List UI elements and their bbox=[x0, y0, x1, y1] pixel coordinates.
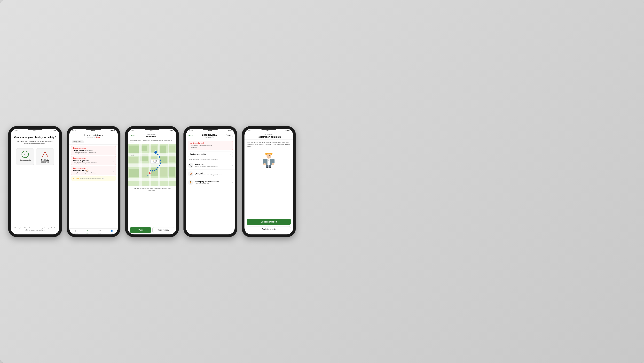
svg-point-28 bbox=[160, 162, 161, 164]
p1-note: Checking the safety of others is not man… bbox=[14, 227, 56, 231]
method-title: Accompany the evacuation site bbox=[195, 181, 230, 183]
p5-action-buttons: End registration Register a note bbox=[244, 219, 293, 234]
svg-point-47 bbox=[268, 155, 268, 156]
svg-point-27 bbox=[160, 160, 161, 161]
cooperation-buttons: ○ Can cooperate Unable to cooperate bbox=[16, 148, 54, 165]
possibility-icon: 🗂 bbox=[74, 230, 76, 232]
nav-item-map[interactable]: 🗺 Map bbox=[94, 230, 106, 234]
worker-illustration bbox=[247, 150, 290, 168]
svg-text:1 1: 1 1 bbox=[147, 175, 149, 177]
register-safety-button[interactable]: Register your safety bbox=[188, 152, 233, 157]
person-addr: ...oka, Toyonaka City, Osaka Prefecture bbox=[73, 162, 97, 164]
p5-sub-title: Shoji Sawada bbox=[247, 134, 290, 135]
list-item[interactable]: ⚠ Unconfirmed Yoko Yoshida 🏠 ...oka, Toy… bbox=[71, 166, 116, 175]
svg-point-38 bbox=[150, 172, 151, 174]
svg-rect-21 bbox=[149, 144, 151, 186]
method-desc: Call the person and confirm their safety… bbox=[195, 165, 230, 167]
method-title: Make a call bbox=[195, 163, 230, 165]
bottom-buttons: Visit Safety registry bbox=[128, 226, 176, 234]
detail-button[interactable]: Detail bbox=[226, 134, 233, 137]
status-bar-5: ●●●●● 12:34 ↑ 100% bbox=[244, 129, 293, 132]
cooperate-button[interactable]: ○ Can cooperate bbox=[16, 148, 34, 165]
nav-item-you[interactable]: 👤 You bbox=[106, 230, 118, 234]
cooperate-label: Can cooperate bbox=[20, 159, 31, 161]
chevron-icon: › bbox=[232, 164, 233, 166]
svg-rect-23 bbox=[168, 144, 170, 186]
svg-rect-2 bbox=[129, 146, 139, 154]
list-item[interactable]: ⚠ Unconfirmed Yukina Toyokawa ...oka, To… bbox=[71, 156, 116, 165]
register-note-button[interactable]: Register a note bbox=[247, 226, 291, 232]
unconfirmed-title: Unconfirmed bbox=[192, 142, 204, 144]
svg-point-48 bbox=[269, 155, 270, 156]
map-view: 6 🚶 3分 250m 1 1 会館 bbox=[128, 144, 176, 186]
back-button[interactable]: ‹ Back bbox=[130, 135, 135, 137]
nav-label-list: List bbox=[86, 232, 88, 234]
unc-item-1: - Evacuation destination unknown bbox=[190, 145, 230, 146]
p2-title: List of recipients bbox=[72, 134, 115, 137]
time-5: 12:34 bbox=[266, 130, 270, 132]
nav-label-map: Map bbox=[98, 232, 101, 234]
screen-title: Home visit bbox=[135, 135, 168, 138]
list-item[interactable]: Not clear Evacuation destination unknown… bbox=[71, 176, 116, 181]
list-item[interactable]: ⚠ Unconfirmed Shoji Sawada (Disagree) ..… bbox=[71, 146, 116, 155]
end-registration-button[interactable]: End registration bbox=[247, 219, 291, 225]
p2-header: List of recipients Unconfirmed: 4 / 6人 S… bbox=[69, 132, 118, 145]
svg-point-34 bbox=[150, 170, 151, 171]
time-3: 12:34 bbox=[150, 130, 154, 132]
safety-registry-button[interactable]: Safety registry bbox=[152, 227, 174, 233]
svg-marker-0 bbox=[42, 152, 48, 157]
battery-1: 100% bbox=[53, 130, 56, 132]
address-bar: Fabien Midorigaoka 1 Building 203, Midor… bbox=[128, 139, 176, 144]
back-chevron-icon-4: ‹ bbox=[188, 135, 188, 137]
section-label: Please select the method for confirming … bbox=[188, 158, 233, 160]
chevron-right-icon bbox=[230, 153, 230, 156]
svg-rect-12 bbox=[129, 169, 139, 177]
nav-item-possibility[interactable]: 🗂 Possibility bbox=[69, 230, 82, 234]
time-2: 12:34 bbox=[91, 130, 95, 132]
back-label: Back bbox=[131, 135, 134, 137]
svg-point-29 bbox=[159, 165, 160, 166]
person-addr: ...oka, Toyonaka City, Osaka Prefecture bbox=[73, 172, 97, 174]
back-button-4[interactable]: ‹ Back bbox=[188, 135, 193, 137]
unable-label: Unable to cooperate bbox=[39, 159, 51, 163]
p1-desc: We ask for your cooperation in checking … bbox=[14, 140, 56, 145]
status-bar-2: ●●●●● 12:34 ↑ 100% bbox=[69, 129, 118, 132]
method-evacuation[interactable]: 🚶 Accompany the evacuation site Check th… bbox=[186, 178, 235, 187]
status-dot bbox=[73, 147, 74, 149]
svg-rect-59 bbox=[265, 153, 272, 154]
method-home-visit[interactable]: 🏠 Home visit Check the map and head to t… bbox=[186, 170, 235, 178]
chevron-right-icon bbox=[113, 170, 114, 173]
visit-button[interactable]: Visit bbox=[130, 227, 151, 233]
method-desc: Check the map and head to bbox=[195, 183, 230, 184]
person-name: Shoji Sawada (Disagree) bbox=[73, 149, 96, 152]
phone-2: ●●●●● 12:34 ↑ 100% List of recipients Un… bbox=[66, 126, 120, 237]
status-bar-1: ●●●●● 12:34 ↑ 100% bbox=[11, 129, 60, 132]
svg-point-33 bbox=[152, 170, 153, 171]
p5-header: Shoji Sawada Registration complete bbox=[244, 132, 293, 140]
status-label: Not clear bbox=[73, 178, 79, 179]
status-label: ⚠ Unconfirmed bbox=[75, 147, 86, 149]
svg-rect-51 bbox=[263, 159, 266, 164]
bottom-nav: 🗂 Possibility ≡ List 🗺 Map 👤 You bbox=[69, 228, 118, 234]
status-label: ⚠ Unconfirmed bbox=[75, 168, 86, 169]
method-call[interactable]: 📞 Make a call Call the person and confir… bbox=[186, 161, 235, 170]
nav-item-list[interactable]: ≡ List bbox=[82, 230, 94, 234]
p4-person-name: Shoji Sawada bbox=[193, 134, 226, 136]
person-name: Yukina Toyokawa bbox=[73, 159, 97, 162]
visit-note: Click "Visit" and share your plans to vi… bbox=[128, 186, 176, 192]
chevron-right-icon bbox=[113, 160, 114, 163]
svg-text:6: 6 bbox=[155, 150, 156, 152]
p5-description: thank you for your help. If you have any… bbox=[247, 142, 290, 148]
you-icon: 👤 bbox=[110, 230, 113, 232]
unconfirmed-box: ⚠ Unconfirmed - Evacuation destination u… bbox=[188, 141, 233, 150]
unc-item-2: - No notes bbox=[190, 147, 230, 148]
time-4: 12:34 bbox=[208, 130, 212, 132]
back-chevron-icon: ‹ bbox=[130, 135, 130, 137]
back-label-4: Back bbox=[189, 135, 192, 137]
register-label: Register your safety bbox=[190, 153, 206, 155]
svg-rect-50 bbox=[268, 159, 270, 165]
unable-cooperate-button[interactable]: Unable to cooperate bbox=[36, 148, 54, 165]
svg-point-54 bbox=[272, 163, 274, 165]
walk-icon: 🚶 bbox=[188, 180, 193, 185]
safety-order-filter[interactable]: Safety order ▾ bbox=[72, 140, 84, 143]
